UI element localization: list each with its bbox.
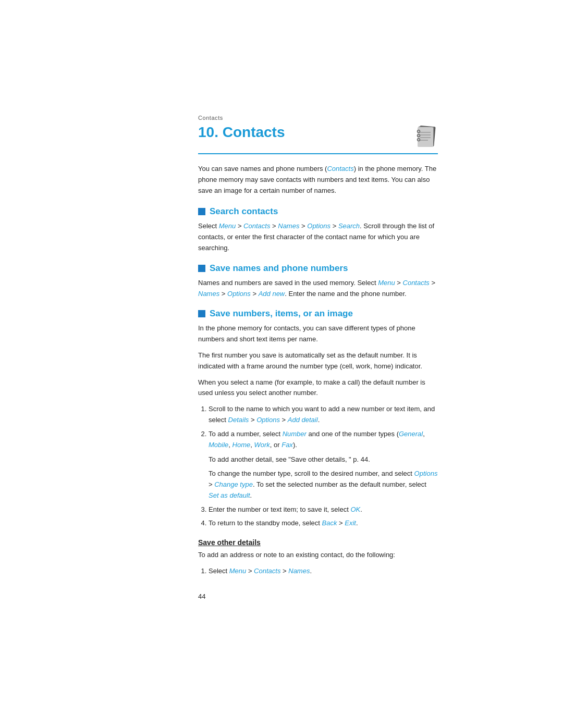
sub-menu-link[interactable]: Menu — [229, 567, 247, 575]
sub-names-link[interactable]: Names — [288, 567, 310, 575]
adddetail-link[interactable]: Add detail — [288, 416, 318, 424]
save-names-heading: Save names and phone numbers — [198, 263, 438, 274]
home-link[interactable]: Home — [232, 441, 251, 449]
search-contacts-heading: Search contacts — [198, 206, 438, 217]
save-numbers-para1: In the phone memory for contacts, you ca… — [198, 323, 438, 345]
intro-contacts-link[interactable]: Contacts — [327, 165, 353, 172]
save-contacts-link[interactable]: Contacts — [403, 279, 430, 287]
details-link[interactable]: Details — [228, 416, 249, 424]
chapter-icon — [415, 124, 438, 149]
options-link-2[interactable]: Options — [414, 470, 438, 477]
content-area: Contacts 10. Contacts — [94, 0, 469, 642]
mobile-link[interactable]: Mobile — [209, 441, 228, 449]
work-link[interactable]: Work — [254, 441, 270, 449]
save-numbers-title: Save numbers, items, or an image — [210, 309, 353, 319]
exit-link[interactable]: Exit — [345, 519, 356, 527]
search-contacts-title: Search contacts — [210, 206, 278, 217]
general-link[interactable]: General — [399, 430, 423, 438]
section-bullet-icon-2 — [198, 265, 205, 272]
list-item-4: To return to the standby mode, select Ba… — [209, 518, 438, 529]
save-numbers-list-continued: Enter the number or text item; to save i… — [209, 504, 438, 529]
page: Contacts 10. Contacts — [0, 0, 563, 728]
save-other-list-item-1: Select Menu > Contacts > Names. — [209, 566, 438, 577]
save-numbers-para3: When you select a name (for example, to … — [198, 377, 438, 399]
save-numbers-para2: The first number you save is automatical… — [198, 350, 438, 372]
save-names-body: Names and numbers are saved in the used … — [198, 278, 438, 300]
intro-paragraph: You can save names and phone numbers (Co… — [198, 164, 438, 196]
sub-contacts-link[interactable]: Contacts — [254, 567, 280, 575]
list-item-1: Scroll to the name to which you want to … — [209, 404, 438, 426]
search-contacts-link[interactable]: Contacts — [243, 222, 270, 230]
list-item-2: To add a number, select Number and one o… — [209, 429, 438, 451]
list-item-3: Enter the number or text item; to save i… — [209, 504, 438, 515]
search-names-link[interactable]: Names — [278, 222, 299, 230]
svg-rect-2 — [418, 127, 433, 147]
save-other-details-list: Select Menu > Contacts > Names. — [209, 566, 438, 577]
setasdefault-link[interactable]: Set as default — [209, 491, 250, 499]
save-other-details-heading: Save other details — [198, 538, 438, 547]
save-names-title: Save names and phone numbers — [210, 263, 348, 274]
search-menu-link[interactable]: Menu — [219, 222, 236, 230]
search-options-link[interactable]: Options — [307, 222, 331, 230]
save-numbers-list: Scroll to the name to which you want to … — [209, 404, 438, 450]
fax-link[interactable]: Fax — [282, 441, 293, 449]
chapter-title: 10. Contacts — [198, 124, 285, 141]
search-search-link[interactable]: Search — [338, 222, 360, 230]
save-other-details-body: To add an address or note to an existing… — [198, 550, 438, 561]
indent-block-1: To add another detail, see "Save other d… — [209, 454, 438, 465]
ok-link[interactable]: OK — [350, 505, 360, 513]
section-bullet-icon — [198, 208, 205, 215]
save-numbers-heading: Save numbers, items, or an image — [198, 309, 438, 319]
save-names-link[interactable]: Names — [198, 290, 219, 298]
chapter-header: 10. Contacts — [198, 124, 438, 154]
number-link[interactable]: Number — [283, 430, 307, 438]
search-contacts-body: Select Menu > Contacts > Names > Options… — [198, 221, 438, 253]
page-number: 44 — [198, 593, 438, 600]
save-addnew-link[interactable]: Add new — [259, 290, 285, 298]
save-menu-link[interactable]: Menu — [378, 279, 395, 287]
section-label: Contacts — [198, 115, 438, 121]
back-link[interactable]: Back — [322, 519, 337, 527]
options-link-1[interactable]: Options — [256, 416, 280, 424]
indent-block-2: To change the number type, scroll to the… — [209, 468, 438, 501]
changetype-link[interactable]: Change type — [214, 480, 253, 488]
section-bullet-icon-3 — [198, 310, 205, 317]
save-options-link[interactable]: Options — [227, 290, 251, 298]
